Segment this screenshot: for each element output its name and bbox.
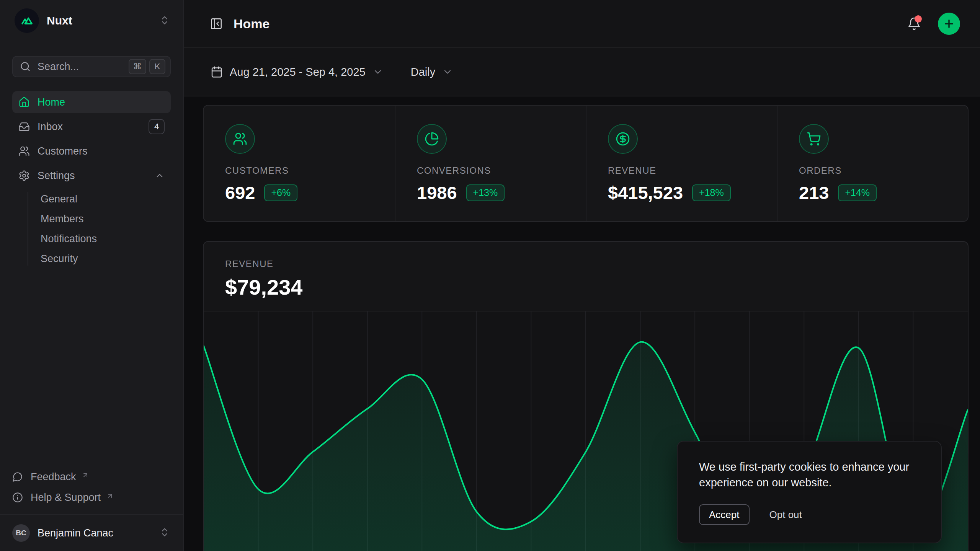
revenue-card-header: REVENUE $79,234 [204,242,968,311]
sidebar-item-customers[interactable]: Customers [12,140,171,162]
sidebar: Nuxt Search... ⌘K HomeInbox4CustomersSet… [0,0,184,551]
search-input[interactable]: Search... ⌘K [12,56,171,77]
stat-delta-badge: +13% [466,184,505,201]
sidebar-subitem-security[interactable]: Security [12,249,171,269]
sidebar-subitem-label: Members [41,213,84,225]
cookie-banner: We use first-party cookies to enhance yo… [677,441,942,543]
panel-left-close-icon [210,17,223,30]
add-button[interactable] [938,13,960,35]
info-icon [12,492,23,503]
notification-dot [915,15,922,23]
sidebar-subitem-notifications[interactable]: Notifications [12,229,171,249]
chevron-up-icon [155,171,165,181]
stat-card-revenue[interactable]: REVENUE$415,523+18% [586,106,777,221]
sidebar-subitem-label: Security [41,253,78,265]
main-area: Home Aug 21, 2025 - Sep 4, 2025 Daily CU… [184,0,980,551]
stat-delta-badge: +6% [264,184,297,201]
stats-card: CUSTOMERS692+6%CONVERSIONS1986+13%REVENU… [203,105,969,222]
stat-card-conversions[interactable]: CONVERSIONS1986+13% [395,106,586,221]
content: CUSTOMERS692+6%CONVERSIONS1986+13%REVENU… [184,96,980,551]
chart-pie-icon-circle [417,124,447,154]
sidebar-collapse-button[interactable] [208,16,224,32]
sidebar-item-settings[interactable]: Settings [12,165,171,187]
external-link-icon [106,491,114,502]
header-actions [905,13,960,35]
kbd-key: K [149,59,165,74]
sidebar-item-label: Inbox [38,121,63,133]
stat-value: 1986 [417,182,457,203]
stat-value: 213 [799,182,829,203]
message-circle-icon [12,471,23,482]
revenue-card-label: REVENUE [225,259,968,269]
granularity-value: Daily [411,66,435,78]
date-range-value: Aug 21, 2025 - Sep 4, 2025 [230,66,366,78]
sidebar-footer-feedback[interactable]: Feedback [12,467,171,487]
granularity-select[interactable]: Daily [408,65,455,79]
external-link-icon [82,470,89,482]
users-icon-circle [225,124,255,154]
sidebar-item-label: Customers [38,145,88,157]
sidebar-footer-help-support[interactable]: Help & Support [12,487,171,507]
arrow-up-right-icon [106,492,114,500]
workspace-switcher[interactable]: Nuxt [12,8,75,33]
stat-value: $415,523 [608,182,683,203]
stat-label: CUSTOMERS [225,165,395,176]
chevron-down-icon [372,67,383,77]
inbox-count-badge: 4 [149,119,165,134]
notifications-button[interactable] [905,16,920,31]
stat-label: REVENUE [608,165,777,176]
shopping-cart-icon-circle [799,124,829,154]
nuxt-logo-icon [15,8,39,33]
accept-cookies-button[interactable]: Accept [699,504,750,525]
search-kbd-shortcut: ⌘K [129,59,165,74]
circle-dollar-icon [616,132,630,146]
optout-cookies-button[interactable]: Opt out [767,509,804,521]
users-icon [18,145,30,157]
stat-card-customers[interactable]: CUSTOMERS692+6% [204,106,395,221]
house-icon [18,96,30,108]
sidebar-item-inbox[interactable]: Inbox4 [12,116,171,138]
chevron-down-icon [442,67,453,77]
search-icon [20,61,31,72]
filters-toolbar: Aug 21, 2025 - Sep 4, 2025 Daily [184,48,980,96]
cookie-message-line1: We use first-party cookies to enhance yo… [699,459,920,475]
user-menu[interactable]: BC Benjamin Canac [0,515,183,551]
cookie-actions: Accept Opt out [699,504,920,525]
calendar-icon [211,66,223,78]
stat-card-orders[interactable]: ORDERS213+14% [777,106,968,221]
inbox-icon [18,121,30,132]
stat-value: 692 [225,182,255,203]
workspace-name: Nuxt [47,14,72,27]
circle-dollar-icon-circle [608,124,638,154]
sidebar-subitem-general[interactable]: General [12,189,171,209]
chevrons-up-down-icon [159,527,170,538]
chevrons-up-down-icon [159,15,170,26]
sidebar-item-home[interactable]: Home [12,91,171,113]
workspace-chevrons-button[interactable] [157,13,172,29]
sidebar-spacer [0,269,183,467]
user-name: Benjamin Canac [38,527,149,539]
collapse-chevron [155,171,165,181]
revenue-card-total: $79,234 [225,275,968,300]
sidebar-footer: FeedbackHelp & Support [0,467,183,514]
calendar-icon [211,66,223,78]
chart-pie-icon [425,132,439,146]
avatar: BC [12,524,30,542]
settings-subnav: GeneralMembersNotificationsSecurity [12,189,171,269]
sidebar-subitem-label: General [41,193,77,205]
cookie-message-line2: experience on our website. [699,475,920,491]
date-range-picker[interactable]: Aug 21, 2025 - Sep 4, 2025 [208,65,385,79]
search-placeholder: Search... [38,61,122,73]
sidebar-subitem-label: Notifications [41,233,97,245]
footer-item-label: Help & Support [31,492,101,504]
chevron-down-icon [372,67,383,77]
workspace-row: Nuxt [0,0,183,41]
arrow-up-right-icon [82,471,89,479]
stat-label: CONVERSIONS [417,165,586,176]
sidebar-subitem-members[interactable]: Members [12,209,171,229]
app-root: Nuxt Search... ⌘K HomeInbox4CustomersSet… [0,0,980,551]
page-title: Home [234,16,270,31]
stat-delta-badge: +14% [838,184,877,201]
plus-icon [943,18,955,30]
stat-label: ORDERS [799,165,968,176]
